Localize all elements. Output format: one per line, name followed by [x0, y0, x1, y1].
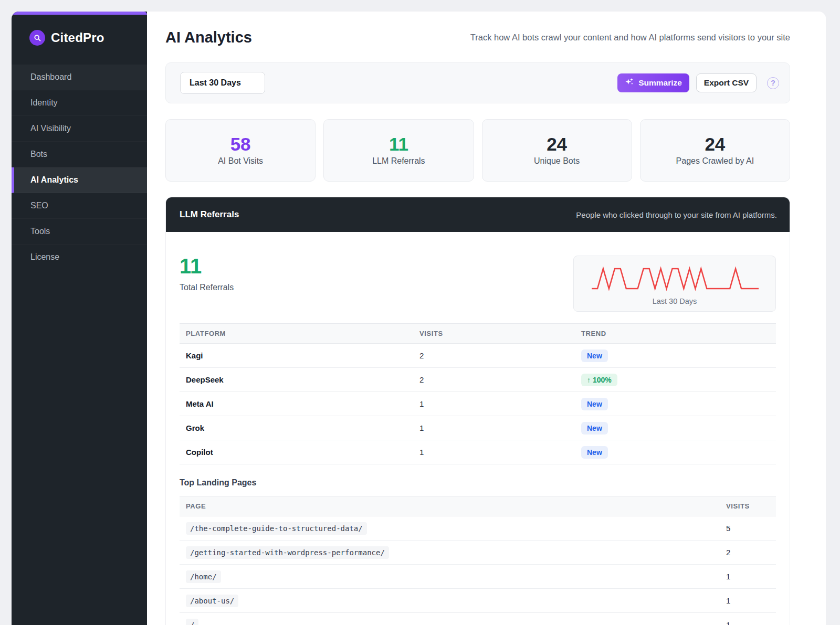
landing-table-row: /1 — [180, 613, 776, 625]
platform-table: Platform Visits Trend Kagi2NewDeepSeek2↑… — [180, 323, 776, 464]
sidebar-item-seo[interactable]: SEO — [12, 193, 147, 219]
page-subtitle: Track how AI bots crawl your content and… — [470, 33, 790, 43]
sidebar-item-label: AI Analytics — [30, 175, 78, 185]
sparkline-card: Last 30 Days — [573, 256, 776, 312]
landing-visits-cell: 1 — [720, 565, 776, 589]
stat-value: 24 — [547, 135, 567, 153]
landing-page-path: /getting-started-with-wordpress-performa… — [186, 546, 389, 559]
platform-trend-cell: New — [575, 416, 776, 440]
total-referrals-label: Total Referrals — [180, 283, 234, 292]
platform-table-row: Copilot1New — [180, 440, 776, 464]
summarize-label: Summarize — [638, 78, 682, 88]
app-window: CitedPro DashboardIdentityAI VisibilityB… — [12, 12, 826, 625]
stat-label: LLM Referrals — [372, 156, 425, 166]
platform-table-row: Meta AI1New — [180, 392, 776, 416]
landing-page-path: / — [186, 619, 198, 625]
landing-page-cell: /about-us/ — [180, 589, 720, 613]
landing-pages-table: Page Visits /the-complete-guide-to-struc… — [180, 496, 776, 625]
stat-card-unique-bots: 24Unique Bots — [482, 119, 632, 182]
sidebar-item-label: SEO — [30, 201, 48, 210]
stat-value: 11 — [389, 135, 408, 153]
platform-visits-cell: 2 — [413, 368, 575, 392]
visits-column-header: Visits — [413, 324, 575, 344]
sidebar-item-dashboard[interactable]: Dashboard — [12, 65, 147, 90]
trend-badge: New — [581, 446, 608, 459]
date-range-select[interactable]: Last 30 Days — [180, 72, 265, 94]
sidebar-item-label: Identity — [30, 98, 58, 108]
platform-name-cell: Grok — [180, 416, 413, 440]
stat-label: Unique Bots — [534, 156, 580, 166]
platform-trend-cell: ↑ 100% — [575, 368, 776, 392]
toolbar: Last 30 Days Summarize Export CSV ? — [165, 62, 790, 103]
platform-table-row: Kagi2New — [180, 344, 776, 368]
sidebar-item-tools[interactable]: Tools — [12, 219, 147, 245]
platform-name-cell: Kagi — [180, 344, 413, 368]
brand-logo: CitedPro — [12, 15, 147, 46]
brand-name: CitedPro — [51, 30, 104, 45]
sparkline-chart — [589, 262, 762, 294]
trend-badge: New — [581, 349, 608, 362]
landing-visits-cell: 5 — [720, 516, 776, 541]
landing-page-path: /home/ — [186, 570, 221, 583]
sidebar-item-identity[interactable]: Identity — [12, 90, 147, 116]
stat-label: Pages Crawled by AI — [676, 156, 754, 166]
landing-pages-title: Top Landing Pages — [180, 478, 776, 488]
search-icon — [29, 30, 45, 46]
landing-page-cell: / — [180, 613, 720, 625]
stat-card-llm-referrals: 11LLM Referrals — [323, 119, 474, 182]
panel-subtitle: People who clicked through to your site … — [576, 210, 777, 219]
landing-page-cell: /the-complete-guide-to-structured-data/ — [180, 516, 720, 541]
panel-title: LLM Referrals — [180, 209, 239, 220]
trend-column-header: Trend — [575, 324, 776, 344]
landing-visits-cell: 2 — [720, 541, 776, 565]
platform-table-row: Grok1New — [180, 416, 776, 440]
sidebar-item-ai-analytics[interactable]: AI Analytics — [12, 167, 147, 193]
panel-header: LLM Referrals People who clicked through… — [166, 197, 790, 232]
landing-table-header: Page Visits — [180, 496, 776, 516]
landing-page-path: /the-complete-guide-to-structured-data/ — [186, 522, 367, 535]
main-content: AI Analytics Track how AI bots crawl you… — [147, 12, 826, 625]
page-header: AI Analytics Track how AI bots crawl you… — [165, 29, 790, 46]
sidebar-item-ai-visibility[interactable]: AI Visibility — [12, 116, 147, 142]
platform-name-cell: DeepSeek — [180, 368, 413, 392]
sidebar-item-label: Bots — [30, 150, 47, 159]
landing-table-row: /getting-started-with-wordpress-performa… — [180, 541, 776, 565]
llm-referrals-panel: LLM Referrals People who clicked through… — [165, 197, 790, 625]
trend-badge: New — [581, 398, 608, 410]
sidebar-item-bots[interactable]: Bots — [12, 142, 147, 167]
stat-card-pages-crawled-by-ai: 24Pages Crawled by AI — [640, 119, 790, 182]
stat-value: 58 — [230, 135, 251, 153]
sidebar-item-license[interactable]: License — [12, 245, 147, 270]
sidebar-item-label: AI Visibility — [30, 124, 71, 133]
platform-table-row: DeepSeek2↑ 100% — [180, 368, 776, 392]
export-csv-button[interactable]: Export CSV — [696, 73, 757, 92]
trend-badge: New — [581, 422, 608, 435]
landing-visits-cell: 1 — [720, 613, 776, 625]
stat-cards: 58AI Bot Visits11LLM Referrals24Unique B… — [165, 119, 790, 182]
platform-trend-cell: New — [575, 440, 776, 464]
platform-trend-cell: New — [575, 392, 776, 416]
trend-badge: ↑ 100% — [581, 374, 617, 386]
landing-visits-cell: 1 — [720, 589, 776, 613]
sparkline-caption: Last 30 Days — [589, 297, 761, 305]
sidebar-item-label: Tools — [30, 227, 50, 236]
platform-name-cell: Meta AI — [180, 392, 413, 416]
platform-name-cell: Copilot — [180, 440, 413, 464]
platform-table-header: Platform Visits Trend — [180, 324, 776, 344]
sidebar-item-label: Dashboard — [30, 72, 71, 82]
help-icon[interactable]: ? — [767, 77, 779, 89]
totals-row: 11 Total Referrals Last 30 Days — [180, 256, 776, 312]
page-column-header: Page — [180, 496, 720, 516]
landing-page-path: /about-us/ — [186, 595, 238, 607]
platform-visits-cell: 1 — [413, 392, 575, 416]
total-referrals: 11 Total Referrals — [180, 256, 234, 292]
sidebar-item-label: License — [30, 252, 59, 262]
sidebar: CitedPro DashboardIdentityAI VisibilityB… — [12, 12, 147, 625]
platform-trend-cell: New — [575, 344, 776, 368]
landing-table-row: /about-us/1 — [180, 589, 776, 613]
landing-table-row: /the-complete-guide-to-structured-data/5 — [180, 516, 776, 541]
page-visits-column-header: Visits — [720, 496, 776, 516]
summarize-button[interactable]: Summarize — [617, 73, 689, 92]
platform-column-header: Platform — [180, 324, 413, 344]
page-title: AI Analytics — [165, 29, 252, 46]
